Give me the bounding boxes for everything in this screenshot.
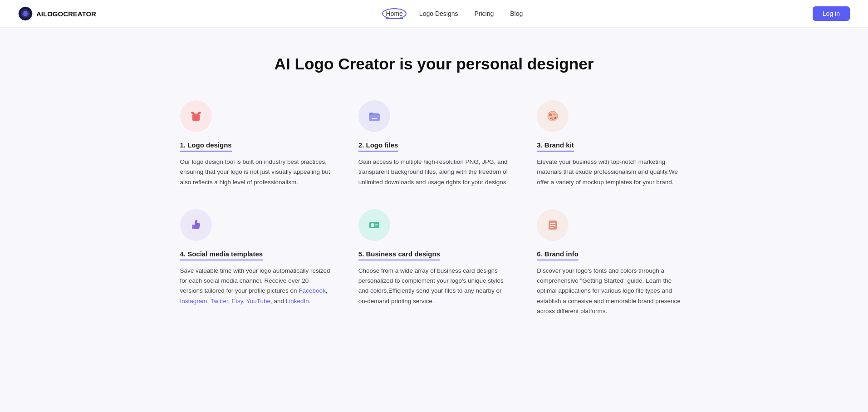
page-headline: AI Logo Creator is your personal designe…	[180, 55, 688, 73]
link-youtube[interactable]: YouTube	[246, 298, 270, 304]
svg-point-7	[549, 113, 552, 116]
feature-title-social-media: 4. Social media templates	[180, 250, 263, 260]
feature-title-brand-info: 6. Brand info	[537, 250, 579, 260]
svg-rect-21	[550, 227, 554, 228]
nav-link-blog[interactable]: Blog	[510, 10, 523, 17]
link-twitter[interactable]: Twitter	[211, 298, 228, 304]
svg-rect-5	[372, 118, 377, 119]
feature-desc-brand-kit: Elevate your business with top-notch mar…	[537, 157, 688, 187]
svg-rect-16	[375, 224, 378, 225]
feature-title-business-card: 5. Business card designs	[358, 250, 440, 260]
link-linkedin[interactable]: LinkedIn	[286, 298, 309, 304]
feature-desc-logo-files: Gain access to multiple high-resolution …	[358, 157, 510, 187]
logo-icon	[18, 6, 33, 21]
feature-icon-brand-info	[537, 209, 569, 241]
svg-rect-20	[550, 225, 555, 226]
svg-point-8	[554, 113, 556, 116]
feature-icon-logo-files	[358, 100, 390, 132]
svg-point-15	[372, 223, 373, 225]
logo-text: AILOGOCREATOR	[36, 10, 96, 18]
feature-card-logo-designs: 1. Logo designs Our logo design tool is …	[180, 100, 331, 187]
feature-icon-social-media	[180, 209, 212, 241]
navbar: AILOGOCREATOR Home Logo Designs Pricing …	[0, 0, 868, 28]
nav-link-logo-designs[interactable]: Logo Designs	[419, 10, 458, 17]
nav-link-pricing[interactable]: Pricing	[474, 10, 494, 17]
feature-title-logo-designs: 1. Logo designs	[180, 141, 232, 152]
feature-card-business-card: 5. Business card designs Choose from a w…	[358, 209, 510, 316]
svg-rect-19	[550, 223, 555, 224]
svg-rect-3	[192, 114, 200, 121]
feature-desc-social-media: Save valuable time with your logo automa…	[180, 266, 331, 306]
feature-card-brand-kit: 3. Brand kit Elevate your business with …	[537, 100, 688, 187]
feature-card-logo-files: 2. Logo files Gain access to multiple hi…	[358, 100, 510, 187]
feature-title-brand-kit: 3. Brand kit	[537, 141, 574, 152]
feature-desc-logo-designs: Our logo design tool is built on industr…	[180, 157, 331, 187]
link-instagram[interactable]: Instagram	[180, 298, 207, 304]
feature-desc-business-card: Choose from a wide array of business car…	[358, 266, 510, 306]
feature-card-brand-info: 6. Brand info Discover your logo's fonts…	[537, 209, 688, 316]
feature-desc-brand-info: Discover your logo's fonts and colors th…	[537, 266, 688, 316]
feature-card-social-media: 4. Social media templates Save valuable …	[180, 209, 331, 316]
svg-point-11	[552, 118, 554, 120]
svg-point-9	[554, 117, 557, 119]
nav-item-blog[interactable]: Blog	[510, 10, 523, 18]
svg-rect-17	[375, 226, 377, 226]
svg-point-10	[550, 118, 552, 119]
logo-link[interactable]: AILOGOCREATOR	[18, 6, 96, 21]
nav-item-pricing[interactable]: Pricing	[474, 10, 494, 18]
svg-point-2	[23, 11, 28, 16]
feature-icon-logo-designs	[180, 100, 212, 132]
nav-item-logo-designs[interactable]: Logo Designs	[419, 10, 458, 18]
feature-title-logo-files: 2. Logo files	[358, 141, 398, 152]
link-etsy[interactable]: Etsy	[231, 298, 243, 304]
feature-icon-business-card	[358, 209, 390, 241]
features-grid: 1. Logo designs Our logo design tool is …	[180, 100, 688, 316]
nav-link-home[interactable]: Home	[386, 10, 402, 19]
login-button[interactable]: Log in	[813, 6, 850, 21]
svg-rect-12	[192, 225, 194, 229]
feature-icon-brand-kit	[537, 100, 569, 132]
main-content: AI Logo Creator is your personal designe…	[162, 28, 706, 334]
nav-links: Home Logo Designs Pricing Blog	[386, 10, 523, 18]
link-facebook[interactable]: Facebook	[299, 287, 325, 294]
nav-item-home[interactable]: Home	[386, 10, 402, 18]
